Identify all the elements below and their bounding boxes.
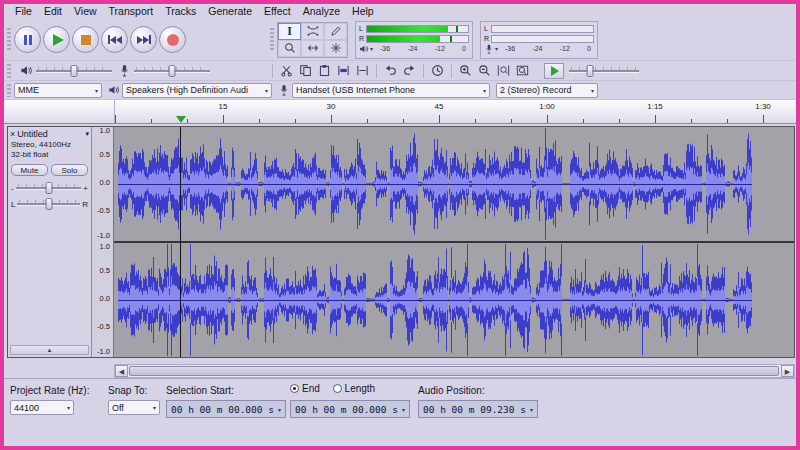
menu-transport[interactable]: Transport xyxy=(103,4,160,19)
menu-view[interactable]: View xyxy=(68,4,103,19)
ruler-channel-right: 1.0 0.5 0.0 -0.5 -1.0 xyxy=(92,243,112,357)
menu-generate[interactable]: Generate xyxy=(202,4,258,19)
pause-button[interactable] xyxy=(14,26,41,53)
stop-button[interactable] xyxy=(72,26,99,53)
skip-to-end-button[interactable] xyxy=(130,26,157,53)
pan-left-label: L xyxy=(11,200,15,209)
project-rate-dropdown[interactable]: 44100 ▾ xyxy=(10,400,74,415)
radio-circle-icon xyxy=(333,384,342,393)
trim-audio-button[interactable] xyxy=(334,62,353,79)
record-button[interactable] xyxy=(159,26,186,53)
output-volume-slider[interactable] xyxy=(36,65,112,77)
meter-scale: -36-24-120 xyxy=(499,45,594,52)
selection-start-field[interactable]: 00 h 00 m 00.000 s ▾ xyxy=(166,400,286,418)
meter-right-label: R xyxy=(359,35,364,43)
menu-help[interactable]: Help xyxy=(346,4,380,19)
play-icon xyxy=(53,34,64,46)
snap-to-dropdown[interactable]: Off ▾ xyxy=(108,400,160,415)
record-icon xyxy=(167,34,179,46)
multi-tool[interactable] xyxy=(324,40,347,57)
fit-project-button[interactable] xyxy=(513,62,532,79)
audacity-window: File Edit View Transport Tracks Generate… xyxy=(0,0,800,450)
recording-meter-bars: L R xyxy=(484,25,594,43)
snap-to-label: Snap To: xyxy=(108,385,147,396)
meter-dropdown-arrow[interactable]: ▾ xyxy=(495,46,498,52)
track-collapse-button[interactable]: ▲ xyxy=(10,345,89,355)
solo-button[interactable]: Solo xyxy=(51,164,88,176)
redo-button[interactable] xyxy=(400,62,419,79)
audio-position-value: 00 h 00 m 09.230 s xyxy=(423,404,526,415)
zoom-tool[interactable] xyxy=(278,40,301,57)
timeline-scale[interactable]: 1530451:001:151:30 xyxy=(114,100,795,123)
track-control-panel: × Untitled ▾ Stereo, 44100Hz 32-bit floa… xyxy=(8,127,92,357)
chevron-down-icon: ▾ xyxy=(483,87,486,94)
sync-lock-button[interactable] xyxy=(428,62,447,79)
audio-host-dropdown[interactable]: MME ▾ xyxy=(14,83,102,98)
input-volume-slider[interactable] xyxy=(134,65,210,77)
zoom-in-button[interactable] xyxy=(456,62,475,79)
recording-meter[interactable]: L R ▾ -36-24-120 xyxy=(480,21,598,59)
envelope-tool[interactable] xyxy=(301,23,324,40)
recording-device-dropdown[interactable]: Handset (USB Internet Phone ▾ xyxy=(292,83,490,98)
horizontal-scrollbar[interactable]: ◀ ▶ xyxy=(114,364,795,378)
recording-meter-right-bar xyxy=(491,35,594,43)
pan-slider[interactable] xyxy=(17,198,80,210)
ruler-channel-left: 1.0 0.5 0.0 -0.5 -1.0 xyxy=(92,127,112,241)
selection-tool[interactable]: I xyxy=(278,23,301,40)
radio-end[interactable]: End xyxy=(290,383,320,394)
cut-button[interactable] xyxy=(277,62,296,79)
copy-button[interactable] xyxy=(296,62,315,79)
meter-dropdown-arrow[interactable]: ▾ xyxy=(370,46,373,52)
selection-end-field[interactable]: 00 h 00 m 00.000 s ▾ xyxy=(290,400,410,418)
radio-length-label: Length xyxy=(345,383,376,394)
toolbar-grip[interactable] xyxy=(7,84,11,97)
radio-circle-icon xyxy=(290,384,299,393)
toolbar-grip[interactable] xyxy=(270,28,274,52)
toolbar-grip[interactable] xyxy=(7,64,11,78)
toolbar-separator xyxy=(272,64,273,78)
timeline-ruler[interactable]: 1530451:001:151:30 xyxy=(4,100,796,124)
scroll-right-button[interactable]: ▶ xyxy=(781,365,794,377)
draw-tool[interactable] xyxy=(324,23,347,40)
waveform-channel-left[interactable] xyxy=(114,127,794,241)
recording-channels-dropdown[interactable]: 2 (Stereo) Record ▾ xyxy=(496,83,598,98)
paste-button[interactable] xyxy=(315,62,334,79)
skip-to-start-button[interactable] xyxy=(101,26,128,53)
menu-bar: File Edit View Transport Tracks Generate… xyxy=(4,4,796,19)
menu-effect[interactable]: Effect xyxy=(258,4,297,19)
menu-analyze[interactable]: Analyze xyxy=(297,4,346,19)
copy-icon xyxy=(299,64,312,77)
silence-audio-button[interactable] xyxy=(353,62,372,79)
toolbar-grip[interactable] xyxy=(7,28,11,52)
waveform-channel-right[interactable] xyxy=(114,243,794,357)
play-at-speed-button[interactable] xyxy=(544,63,564,79)
project-rate-value: 44100 xyxy=(14,403,64,413)
radio-length[interactable]: Length xyxy=(333,383,376,394)
time-shift-tool[interactable] xyxy=(301,40,324,57)
undo-button[interactable] xyxy=(381,62,400,79)
playback-speed-slider[interactable] xyxy=(569,65,639,77)
track-title[interactable]: Untitled xyxy=(17,129,83,139)
fit-selection-button[interactable] xyxy=(494,62,513,79)
vertical-ruler[interactable]: 1.0 0.5 0.0 -0.5 -1.0 1.0 0.5 0.0 -0.5 -… xyxy=(92,127,114,357)
zoom-out-button[interactable] xyxy=(475,62,494,79)
chevron-down-icon: ▾ xyxy=(591,87,594,94)
play-button[interactable] xyxy=(43,26,70,53)
scroll-left-button[interactable]: ◀ xyxy=(115,365,128,377)
menu-tracks[interactable]: Tracks xyxy=(159,4,202,19)
track-close-button[interactable]: × xyxy=(10,129,15,139)
audio-position-field[interactable]: 00 h 00 m 09.230 s ▾ xyxy=(418,400,538,418)
scrollbar-thumb[interactable] xyxy=(129,366,779,376)
gain-slider[interactable] xyxy=(16,182,82,194)
playback-device-dropdown[interactable]: Speakers (High Definition Audi ▾ xyxy=(122,83,272,98)
meter-left-label: L xyxy=(359,25,364,33)
redo-icon xyxy=(403,64,416,77)
ibeam-icon: I xyxy=(287,25,292,37)
trim-icon xyxy=(337,64,350,77)
menu-edit[interactable]: Edit xyxy=(38,4,68,19)
playback-meter[interactable]: L R ▾ -36-24-120 xyxy=(355,21,473,59)
track-menu-arrow[interactable]: ▾ xyxy=(85,130,89,138)
mute-button[interactable]: Mute xyxy=(11,164,48,176)
playhead-triangle-icon[interactable] xyxy=(176,116,186,123)
menu-file[interactable]: File xyxy=(9,4,38,19)
